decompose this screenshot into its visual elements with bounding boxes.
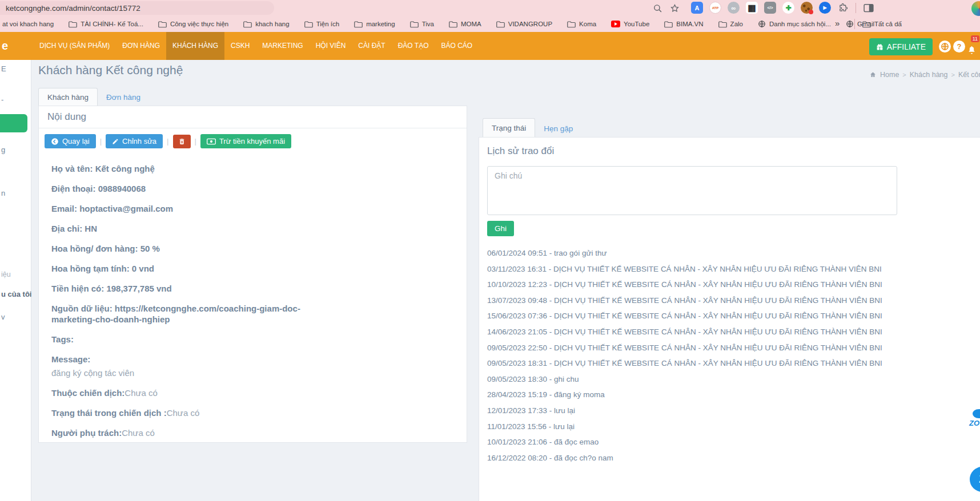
banknote-icon xyxy=(207,138,216,145)
nav-item-don-hang[interactable]: ĐƠN HÀNG xyxy=(116,32,166,60)
customer-tabs: Khách hàng Đơn hàng xyxy=(38,88,149,106)
bookmark-item[interactable]: TÀI CHÍNH- Kế Toá... xyxy=(69,21,143,28)
field-email: Email: hoptactiva@gmail.com xyxy=(51,203,312,214)
history-item: 09/05/2023 22:50 - DỊCH VỤ THIẾT KẾ WEBS… xyxy=(487,340,980,356)
atp-extension-icon[interactable] xyxy=(709,2,721,14)
help-icon[interactable]: ? xyxy=(953,41,965,52)
bookmark-item[interactable]: Zalo xyxy=(718,21,743,28)
sidebar-fragment[interactable]: - xyxy=(1,95,3,104)
field-thuoc-chien-dich: Thuộc chiến dịch:Chưa có xyxy=(51,387,312,398)
nav-item-marketing[interactable]: MARKETING xyxy=(256,32,309,60)
back-button[interactable]: Quay lại xyxy=(45,134,96,148)
history-item: 06/01/2024 09:51 - trao gói gửi thư xyxy=(487,245,980,261)
note-input[interactable] xyxy=(487,166,897,215)
save-note-button[interactable]: Ghi xyxy=(487,221,514,236)
extensions-puzzle-icon[interactable] xyxy=(837,2,849,14)
bookmark-item[interactable]: at voi khach hang xyxy=(2,21,54,27)
folder-icon xyxy=(69,21,77,28)
history-item: 11/01/2023 15:56 - lưu lại xyxy=(487,419,980,435)
youtube-icon xyxy=(611,21,620,27)
home-icon xyxy=(869,71,877,78)
field-hoa-hong-don-hang: Hoa hồng/ đơn hàng: 50 % xyxy=(51,243,312,254)
profile-avatar[interactable] xyxy=(971,1,980,16)
bookmark-item[interactable]: Công việc thực hiện xyxy=(158,21,228,28)
translate-extension-icon[interactable] xyxy=(691,2,703,14)
tab-hen-gap[interactable]: Hẹn gặp xyxy=(535,120,581,137)
bookmark-item[interactable]: YouTube xyxy=(611,21,649,27)
delete-button[interactable] xyxy=(173,135,191,148)
sidebar-fragment[interactable]: v xyxy=(1,313,5,321)
notifications-bell[interactable]: 11 xyxy=(967,35,978,56)
field-nguoi-phu-trach: Người phụ trách:Chưa có xyxy=(51,427,312,438)
zoom-search-icon[interactable] xyxy=(652,3,662,13)
bell-icon xyxy=(967,45,977,55)
bookmark-item[interactable]: Danh mục sách hội... xyxy=(758,20,831,28)
address-bar[interactable]: ketcongnghe.com/admin/contact/15772 xyxy=(0,1,274,15)
bookmark-item[interactable]: khach hang xyxy=(243,21,289,28)
folder-icon xyxy=(410,21,419,28)
video-play-extension-icon[interactable] xyxy=(819,2,831,14)
nav-item-hoi-vien[interactable]: HỘI VIÊN xyxy=(310,32,352,60)
extensions-row xyxy=(691,2,874,14)
sidebar-fragment[interactable]: n xyxy=(1,189,5,197)
field-trang-thai-chien-dich: Trạng thái trong chiến dịch :Chưa có xyxy=(51,407,312,418)
cookie-extension-icon[interactable] xyxy=(801,2,813,14)
sidebar-green-button[interactable] xyxy=(0,114,27,132)
history-item: 15/06/2023 07:36 - DỊCH VỤ THIẾT KẾ WEBS… xyxy=(487,308,980,324)
deduct-promo-button[interactable]: Trừ tiền khuyến mãi xyxy=(200,134,291,148)
all-bookmarks-folder[interactable]: Tất cả dấ xyxy=(862,16,980,32)
breadcrumb-home[interactable]: Home xyxy=(880,71,899,79)
edit-button[interactable]: Chỉnh sửa xyxy=(106,134,163,148)
bookmark-item[interactable]: BIMA.VN xyxy=(664,21,703,28)
toolbar-pipe: | xyxy=(167,137,168,146)
bookmark-item[interactable]: Tiện ích xyxy=(304,21,339,28)
nav-item-bao-cao[interactable]: BÁO CÁO xyxy=(435,32,479,60)
nav-item-dao-tao[interactable]: ĐÀO TẠO xyxy=(392,32,435,60)
health-plus-extension-icon[interactable] xyxy=(782,2,794,14)
history-item: 10/10/2023 12:23 - DỊCH VỤ THIẾT KẾ WEBS… xyxy=(487,277,980,293)
history-item: 14/06/2023 21:05 - DỊCH VỤ THIẾT KẾ WEBS… xyxy=(487,324,980,340)
bookmark-item[interactable]: marketing xyxy=(354,21,395,28)
zalo-logo-fragment[interactable]: ZO xyxy=(969,419,979,427)
nav-item-khach-hang[interactable]: KHÁCH HÀNG xyxy=(166,32,224,60)
nav-item-dich-vu[interactable]: DỊCH VỤ (SẢN PHẨM) xyxy=(33,32,116,60)
history-item: 13/07/2023 09:48 - DỊCH VỤ THIẾT KẾ WEBS… xyxy=(487,293,980,309)
field-message-value: đăng ký cộng tác viên xyxy=(51,367,312,378)
bookmark-item[interactable]: MOMA xyxy=(449,21,481,28)
back-arrow-icon xyxy=(51,138,59,146)
browser-chrome: ketcongnghe.com/admin/contact/15772 xyxy=(0,0,980,32)
history-heading: Lịch sử trao đổi xyxy=(487,146,980,157)
tab-trang-thai[interactable]: Trạng thái xyxy=(483,118,535,137)
sidebar-fragment[interactable]: iệu xyxy=(1,270,11,278)
nav-item-cai-dat[interactable]: CÀI ĐẶT xyxy=(352,32,391,60)
tab-don-hang[interactable]: Đơn hàng xyxy=(98,89,149,106)
notification-badge: 11 xyxy=(971,35,979,42)
sidebar-fragment[interactable]: g xyxy=(1,146,5,154)
bookmark-star-icon[interactable] xyxy=(669,3,680,13)
bookmarks-overflow-chevron[interactable]: » xyxy=(835,18,840,28)
history-item: 09/05/2023 18:31 - DỊCH VỤ THIẾT KẾ WEBS… xyxy=(487,355,980,371)
folder-icon xyxy=(354,21,363,28)
tab-khach-hang[interactable]: Khách hàng xyxy=(38,88,98,106)
folder-icon xyxy=(718,21,727,28)
qr-scan-extension-icon[interactable] xyxy=(746,2,758,14)
logo-fragment[interactable]: e xyxy=(2,32,8,60)
bookmark-item[interactable]: VIDANGROUP xyxy=(496,21,552,28)
code-extension-icon[interactable] xyxy=(764,2,776,14)
main-menu: DỊCH VỤ (SẢN PHẨM) ĐƠN HÀNG KHÁCH HÀNG C… xyxy=(33,32,479,60)
customer-detail-card: Nội dung Quay lại | Chỉnh sửa | | Trừ ti… xyxy=(38,106,467,443)
history-item: 12/01/2023 17:33 - lưu lại xyxy=(487,403,980,419)
bookmark-item[interactable]: Tiva xyxy=(410,21,434,28)
loop-extension-icon[interactable] xyxy=(728,2,740,14)
breadcrumb-separator: > xyxy=(951,71,955,78)
field-tien-hien-co: Tiền hiện có: 198,377,785 vnd xyxy=(51,283,312,294)
nav-item-cskh[interactable]: CSKH xyxy=(224,32,256,60)
affiliate-button[interactable]: AFFILIATE xyxy=(869,38,933,55)
breadcrumb-khach-hang[interactable]: Khách hàng xyxy=(910,71,948,79)
globe-icon[interactable] xyxy=(939,41,951,52)
url-text[interactable]: ketcongnghe.com/admin/contact/15772 xyxy=(6,4,140,13)
bookmark-item[interactable]: Koma xyxy=(567,21,596,28)
side-panel-icon[interactable] xyxy=(862,2,874,14)
sidebar-fragment[interactable]: u của tôi xyxy=(1,290,31,298)
sidebar-fragment[interactable]: E xyxy=(1,64,6,73)
